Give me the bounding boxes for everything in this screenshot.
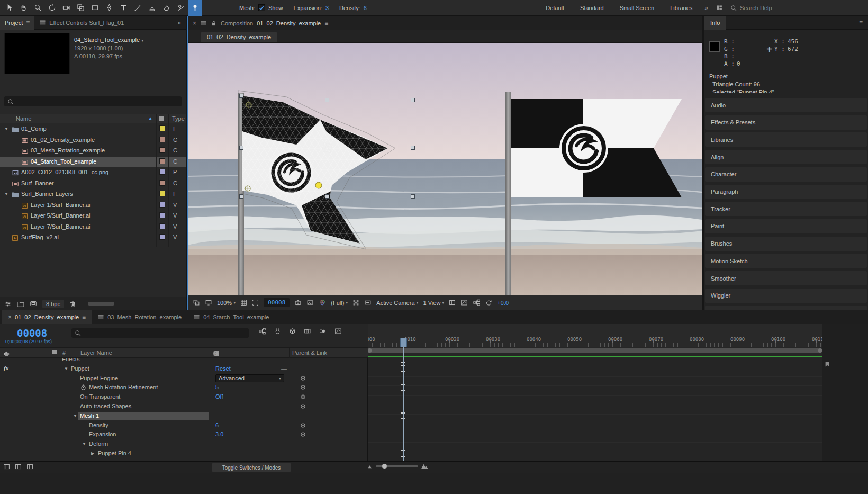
viewer-tab[interactable]: 01_02_Density_example xyxy=(201,32,277,42)
snapshot-icon[interactable] xyxy=(294,299,302,306)
workspace-standard[interactable]: Standard xyxy=(572,0,612,16)
panel-menu-icon[interactable]: ≡ xyxy=(854,19,868,26)
project-row[interactable]: Surf_BannerC xyxy=(0,178,186,190)
twirl-down-icon[interactable]: ▼ xyxy=(4,127,8,131)
expand-inout-panes-icon[interactable] xyxy=(26,463,33,470)
new-composition-icon[interactable] xyxy=(30,300,37,307)
panel-header-brushes[interactable]: Brushes xyxy=(705,237,867,251)
twirl-right-icon[interactable]: ▶ xyxy=(91,451,94,456)
twirl-down-icon[interactable]: ▼ xyxy=(4,192,8,196)
workspace-default[interactable]: Default xyxy=(538,0,572,16)
property-value[interactable]: Reset xyxy=(215,365,231,372)
expansion-value[interactable]: 3 xyxy=(326,5,329,11)
puppet-pin-handle[interactable] xyxy=(315,182,322,188)
property-label[interactable]: On Transparent xyxy=(80,393,120,400)
timeline-property-row[interactable]: ▼Deform xyxy=(0,439,368,449)
pan-behind-tool-icon[interactable] xyxy=(74,0,88,16)
column-divider[interactable] xyxy=(156,114,157,247)
panel-header-paragraph[interactable]: Paragraph xyxy=(705,185,867,199)
3d-switch-icon[interactable] xyxy=(213,351,219,356)
graph-editor-icon[interactable] xyxy=(334,328,342,335)
grid-guides-icon[interactable] xyxy=(240,299,247,306)
workspace-small-screen[interactable]: Small Screen xyxy=(612,0,662,16)
property-label[interactable]: Expansion xyxy=(89,431,116,437)
mini-flowchart-icon[interactable] xyxy=(473,299,481,306)
project-row[interactable]: AiLayer 7/Surf_Banner.aiV xyxy=(0,222,186,233)
panel-header-align[interactable]: Align xyxy=(705,150,867,164)
show-snapshot-icon[interactable] xyxy=(306,299,314,306)
tab-effect-controls[interactable]: Effect Controls Surf_Flag_01 xyxy=(34,16,129,30)
puppet-pin-tool-icon[interactable] xyxy=(188,0,202,16)
timeline-property-row[interactable]: On TransparentOff xyxy=(0,392,368,402)
label-color-swatch[interactable] xyxy=(159,180,165,186)
project-row[interactable]: 01_02_Density_exampleC xyxy=(0,135,186,146)
pen-tool-icon[interactable] xyxy=(102,0,116,16)
density-value[interactable]: 6 xyxy=(364,5,367,11)
property-value[interactable]: Off xyxy=(215,393,223,400)
reset-exposure-icon[interactable] xyxy=(485,299,492,306)
playhead-line[interactable] xyxy=(403,338,404,461)
show-channels-icon[interactable] xyxy=(319,299,326,306)
timeline-property-row[interactable]: Auto-traced Shapes xyxy=(0,402,368,411)
comp-marker-bin-icon[interactable] xyxy=(824,361,830,367)
property-value[interactable]: 6 xyxy=(215,422,219,428)
mini-flowchart-icon[interactable] xyxy=(258,328,266,335)
camera-dropdown[interactable]: Active Camera▾ xyxy=(376,300,418,306)
label-color-swatch[interactable] xyxy=(159,125,165,131)
property-label[interactable]: Puppet Engine xyxy=(80,375,118,381)
timeline-tab-mesh-rotation[interactable]: 03_Mesh_Rotation_example xyxy=(92,310,187,324)
zoom-out-mountain-icon[interactable] xyxy=(367,463,373,469)
panel-header-motion-sketch[interactable]: Motion Sketch xyxy=(705,254,867,268)
workspace-overflow-chevron[interactable]: » xyxy=(700,4,712,12)
property-label[interactable]: Mesh Rotation Refinement xyxy=(89,384,158,390)
pick-whip-icon[interactable] xyxy=(300,393,306,400)
project-row[interactable]: 04_Starch_Tool_exampleC xyxy=(0,157,186,168)
expand-transfer-controls-icon[interactable] xyxy=(15,463,22,470)
selection-tool-icon[interactable] xyxy=(2,0,16,16)
label-color-swatch[interactable] xyxy=(159,191,165,196)
label-color-column-icon[interactable] xyxy=(159,116,164,121)
tab-overflow-chevron[interactable]: » xyxy=(173,19,186,26)
property-dropdown[interactable]: Advanced▾ xyxy=(215,374,284,382)
layer-name-column-header[interactable]: Layer Name xyxy=(80,349,112,356)
label-color-swatch[interactable] xyxy=(159,169,165,175)
property-label[interactable]: Puppet Pin 4 xyxy=(98,450,131,456)
panel-header-libraries[interactable]: Libraries xyxy=(705,132,867,147)
parent-link-column-header[interactable]: Parent & Link xyxy=(292,349,327,356)
project-row[interactable]: 03_Mesh_Rotation_exampleC xyxy=(0,146,186,157)
horizontal-scrollbar[interactable] xyxy=(88,302,114,306)
zoom-slider-track[interactable] xyxy=(376,465,418,467)
current-time-display[interactable]: 00008 xyxy=(17,327,47,339)
pick-whip-icon[interactable] xyxy=(300,375,306,382)
label-color-swatch[interactable] xyxy=(159,234,165,240)
project-row[interactable]: ▼Surf_Banner LayersF xyxy=(0,189,186,200)
preview-item-title[interactable]: 04_Starch_Tool_example xyxy=(74,37,140,43)
always-preview-icon[interactable] xyxy=(193,299,200,306)
property-value[interactable]: 5 xyxy=(215,384,219,390)
label-color-swatch[interactable] xyxy=(159,223,165,229)
panel-menu-icon[interactable]: ≡ xyxy=(26,19,30,26)
workspace-menu-icon[interactable] xyxy=(712,4,726,11)
workspace-libraries[interactable]: Libraries xyxy=(662,0,700,16)
property-value[interactable]: 3.0 xyxy=(215,431,223,437)
stopwatch-icon[interactable] xyxy=(80,384,87,391)
property-label[interactable]: Effects xyxy=(62,358,79,362)
frame-blending-icon[interactable] xyxy=(304,328,311,335)
magnification-dropdown[interactable]: 100%▾ xyxy=(217,300,236,306)
composition-tab-label[interactable]: Composition xyxy=(221,20,253,26)
preview-title-caret-icon[interactable]: ▾ xyxy=(141,38,143,43)
tab-project[interactable]: Project ≡ xyxy=(0,16,34,30)
project-row[interactable]: AiLayer 1/Surf_Banner.aiV xyxy=(0,200,186,211)
project-bit-depth[interactable]: 8 bpc xyxy=(42,300,64,308)
close-icon[interactable]: × xyxy=(193,20,196,27)
label-color-swatch[interactable] xyxy=(159,202,165,208)
resolution-dropdown[interactable]: (Full)▾ xyxy=(331,300,348,306)
timeline-property-row[interactable]: Expansion3.0 xyxy=(0,430,368,439)
tab-info[interactable]: Info xyxy=(704,16,726,30)
panel-header-smoother[interactable]: Smoother xyxy=(705,271,867,285)
pick-whip-icon[interactable] xyxy=(300,403,306,410)
clone-stamp-tool-icon[interactable] xyxy=(145,0,159,16)
zoom-slider-handle[interactable] xyxy=(382,464,387,469)
project-search-box[interactable] xyxy=(4,96,182,106)
toggle-switches-modes-button[interactable]: Toggle Switches / Modes xyxy=(212,463,291,472)
